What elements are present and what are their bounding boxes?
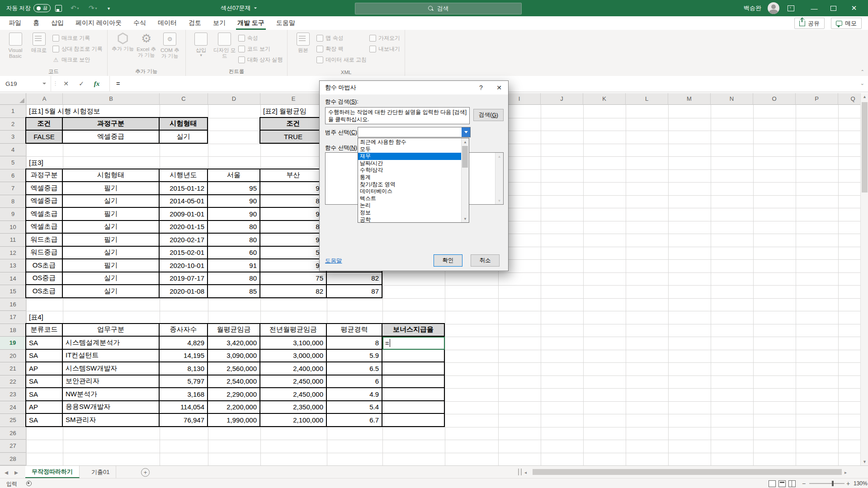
page-break-view-button[interactable]	[788, 480, 796, 487]
column-header-N[interactable]: N	[711, 93, 753, 105]
category-item-논리[interactable]: 논리	[358, 202, 461, 209]
column-header-B[interactable]: B	[63, 93, 160, 105]
category-item-데이터베이스[interactable]: 데이터베이스	[358, 188, 461, 195]
category-item-공학[interactable]: 공학	[358, 216, 461, 224]
cell-E20[interactable]: 3,000,000	[260, 350, 326, 362]
cell-E14[interactable]: 75	[260, 272, 326, 285]
category-combobox[interactable]	[358, 127, 471, 137]
cell-D15[interactable]: 85	[208, 285, 259, 297]
cell-E9[interactable]: 95	[260, 208, 326, 220]
insert-function-button[interactable]: fx	[90, 76, 104, 91]
cell-C24[interactable]: 114,054	[160, 401, 207, 413]
macro-record-icon[interactable]	[26, 481, 32, 486]
row-header-2[interactable]: 2	[0, 118, 26, 131]
cell-C18[interactable]: 종사자수	[160, 324, 207, 336]
cell-A2[interactable]: 조건	[26, 118, 62, 130]
dialog-close-button[interactable]: ✕	[490, 81, 508, 94]
cell-F14[interactable]: 82	[327, 272, 382, 285]
cell-E18[interactable]: 전년월평균임금	[260, 324, 326, 336]
page-layout-view-button[interactable]	[778, 480, 786, 487]
cell-E6[interactable]: 부산	[260, 169, 326, 182]
ribbon-button-속성[interactable]: 속성	[238, 34, 283, 42]
cell-G22[interactable]	[382, 375, 444, 388]
cell-A24[interactable]: AP	[26, 401, 62, 413]
cell-D13[interactable]: 91	[208, 259, 259, 272]
menu-tab-검토[interactable]: 검토	[183, 16, 207, 30]
cell-C23[interactable]: 3,168	[160, 388, 207, 400]
expand-formula-bar-button[interactable]: ⌄	[860, 80, 864, 86]
combobox-dropdown-icon[interactable]	[462, 127, 470, 137]
cell-A19[interactable]: SA	[26, 337, 62, 349]
avatar[interactable]	[768, 0, 779, 16]
cell-D22[interactable]: 2,540,000	[208, 375, 259, 388]
hscroll-left-icon[interactable]: ◂	[524, 466, 527, 479]
column-header-O[interactable]: O	[753, 93, 796, 105]
cell-A12[interactable]: 워드중급	[26, 247, 62, 259]
cell-E12[interactable]: 56	[260, 247, 326, 259]
column-header-L[interactable]: L	[626, 93, 668, 105]
scroll-down-icon[interactable]: ▼	[861, 458, 868, 465]
cell-F22[interactable]: 6	[327, 375, 382, 388]
cell-F24[interactable]: 5.4	[327, 401, 382, 413]
cell-A6[interactable]: 과정구분	[26, 169, 62, 182]
cell-A8[interactable]: 엑셀중급	[26, 195, 62, 207]
cell-F21[interactable]: 6.5	[327, 362, 382, 375]
menu-tab-삽입[interactable]: 삽입	[45, 16, 70, 30]
menu-tab-수식[interactable]: 수식	[127, 16, 152, 30]
cell-B8[interactable]: 실기	[63, 195, 159, 207]
save-button[interactable]	[55, 0, 62, 16]
cell-A21[interactable]: AP	[26, 362, 62, 375]
cell-E25[interactable]: 2,100,000	[260, 414, 326, 426]
row-header-6[interactable]: 6	[0, 169, 26, 183]
cell-A13[interactable]: OS초급	[26, 259, 62, 272]
menu-tab-개발 도구[interactable]: 개발 도구	[231, 16, 270, 30]
ribbon-button-디자인 모드[interactable]: 디자인 모드	[213, 33, 236, 59]
cell-C6[interactable]: 시행년도	[160, 169, 207, 182]
cancel-button[interactable]: 취소	[471, 254, 500, 267]
category-item-최근에 사용한 함수[interactable]: 최근에 사용한 함수	[358, 139, 461, 146]
row-header-27[interactable]: 27	[0, 440, 26, 453]
ribbon-button-매크로 보안[interactable]: ⚠매크로 보안	[52, 56, 103, 64]
cell-E13[interactable]: 94	[260, 259, 326, 272]
category-item-날짜/시간[interactable]: 날짜/시간	[358, 160, 461, 167]
cell-C22[interactable]: 5,797	[160, 375, 207, 388]
dialog-help-button[interactable]: ?	[472, 81, 490, 94]
column-header-J[interactable]: J	[541, 93, 583, 105]
active-cell-G19[interactable]: =	[382, 337, 445, 350]
cell-E15[interactable]: 82	[260, 285, 326, 297]
cell-A1[interactable]: [표1] 5월 시행 시험정보	[29, 105, 100, 118]
cell-B24[interactable]: 응용SW개발자	[63, 401, 159, 413]
cell-G24[interactable]	[382, 401, 444, 413]
column-header-E[interactable]: E	[260, 93, 327, 105]
zoom-slider-thumb[interactable]	[832, 481, 834, 486]
cell-E23[interactable]: 2,450,000	[260, 388, 326, 400]
ok-button[interactable]: 확인	[434, 254, 462, 267]
restore-button[interactable]	[826, 0, 840, 16]
cell-F20[interactable]: 5.9	[327, 350, 382, 362]
row-header-12[interactable]: 12	[0, 247, 26, 260]
cell-D21[interactable]: 2,560,000	[208, 362, 259, 375]
cell-C10[interactable]: 2020-01-15	[160, 221, 207, 233]
sheet-nav-left-icon[interactable]: ◂	[5, 466, 8, 479]
ribbon-button-매크로[interactable]: 매크로	[28, 33, 50, 53]
row-header-7[interactable]: 7	[0, 182, 26, 195]
ribbon-button-데이터 새로 고침[interactable]: 데이터 새로 고침	[316, 56, 367, 64]
ribbon-button-Excel 추가 기능[interactable]: ⚙Excel 추가 기능	[135, 33, 158, 58]
cell-B19[interactable]: 시스템설계분석가	[63, 337, 159, 349]
menu-tab-홈[interactable]: 홈	[27, 16, 45, 30]
cell-E3[interactable]: TRUE	[260, 131, 326, 143]
cell-C9[interactable]: 2009-01-01	[160, 208, 207, 220]
row-header-10[interactable]: 10	[0, 221, 26, 234]
cell-A18[interactable]: 분류코드	[26, 324, 62, 336]
hscroll-right-icon[interactable]: ▸	[844, 466, 847, 479]
cell-C25[interactable]: 76,947	[160, 414, 207, 426]
category-item-찾기/참조 영역[interactable]: 찾기/참조 영역	[358, 181, 461, 188]
horizontal-scroll-thumb[interactable]	[533, 469, 842, 475]
row-header-25[interactable]: 25	[0, 414, 26, 427]
cell-F15[interactable]: 87	[327, 285, 382, 297]
cell-A7[interactable]: 엑셀중급	[26, 182, 62, 194]
ribbon-button-추가 기능[interactable]: 추가 기능	[112, 33, 134, 52]
menu-tab-도움말[interactable]: 도움말	[270, 16, 301, 30]
dropdown-scroll-down-icon[interactable]: ▼	[462, 215, 469, 222]
cell-D23[interactable]: 2,290,000	[208, 388, 259, 400]
